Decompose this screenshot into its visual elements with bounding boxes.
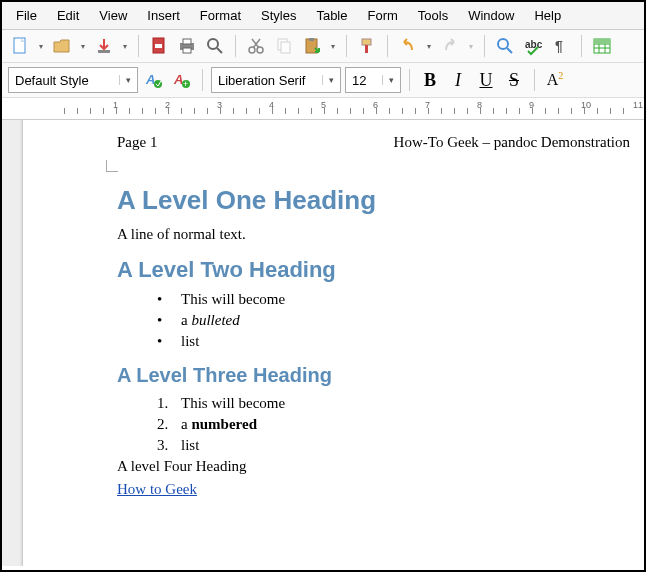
menu-file[interactable]: File [6, 4, 47, 27]
new-style-icon[interactable]: A+ [170, 68, 194, 92]
hyperlink[interactable]: How to Geek [117, 481, 197, 497]
superscript-button[interactable]: A2 [543, 68, 567, 92]
menu-help[interactable]: Help [524, 4, 571, 27]
font-size-value: 12 [346, 73, 372, 88]
redo-icon[interactable] [438, 34, 462, 58]
bold-button[interactable]: B [418, 68, 442, 92]
header-title: How-To Geek – pandoc Demonstration [394, 134, 630, 151]
list-item: 3.list [117, 437, 630, 454]
open-dropdown[interactable]: ▾ [78, 42, 88, 51]
print-icon[interactable] [175, 34, 199, 58]
spellcheck-icon[interactable]: abc [521, 34, 545, 58]
separator [235, 35, 236, 57]
bullet-icon: • [157, 312, 181, 329]
paste-icon[interactable] [300, 34, 324, 58]
menu-insert[interactable]: Insert [137, 4, 190, 27]
svg-rect-26 [594, 39, 610, 44]
clone-formatting-icon[interactable] [355, 34, 379, 58]
svg-point-7 [208, 39, 218, 49]
bullet-icon: • [157, 291, 181, 308]
paragraph: A line of normal text. [117, 226, 630, 243]
page-header: Page 1 How-To Geek – pandoc Demonstratio… [23, 134, 644, 151]
formatting-marks-icon[interactable]: ¶ [549, 34, 573, 58]
toolbar-formatting: Default Style ▾ A A+ Liberation Serif ▾ … [2, 63, 644, 98]
heading-2: A Level Two Heading [117, 257, 630, 283]
find-replace-icon[interactable] [493, 34, 517, 58]
svg-point-9 [249, 47, 255, 53]
svg-text:+: + [183, 79, 188, 89]
list-item: 1.This will become [117, 395, 630, 412]
print-preview-icon[interactable] [203, 34, 227, 58]
separator [138, 35, 139, 57]
svg-rect-16 [365, 45, 368, 53]
separator [534, 69, 535, 91]
document-area[interactable]: Page 1 How-To Geek – pandoc Demonstratio… [2, 120, 644, 566]
svg-rect-15 [362, 39, 371, 45]
svg-rect-12 [281, 42, 290, 53]
underline-button[interactable]: U [474, 68, 498, 92]
svg-line-18 [507, 48, 512, 53]
menu-edit[interactable]: Edit [47, 4, 89, 27]
svg-rect-14 [309, 38, 314, 41]
svg-rect-0 [14, 38, 25, 53]
svg-text:A: A [145, 72, 155, 87]
cut-icon[interactable] [244, 34, 268, 58]
italic-button[interactable]: I [446, 68, 470, 92]
font-size-select[interactable]: 12 ▾ [345, 67, 401, 93]
separator [484, 35, 485, 57]
undo-icon[interactable] [396, 34, 420, 58]
font-name-select[interactable]: Liberation Serif ▾ [211, 67, 341, 93]
menu-table[interactable]: Table [306, 4, 357, 27]
page: Page 1 How-To Geek – pandoc Demonstratio… [22, 120, 644, 566]
menu-form[interactable]: Form [357, 4, 407, 27]
list-item: •This will become [117, 291, 630, 308]
svg-point-10 [257, 47, 263, 53]
bullet-icon: • [157, 333, 181, 350]
svg-rect-5 [183, 39, 191, 44]
svg-rect-13 [306, 39, 317, 53]
redo-dropdown[interactable]: ▾ [466, 42, 476, 51]
toolbar-main: ▾ ▾ ▾ ▾ ▾ ▾ abc ¶ [2, 30, 644, 63]
insert-table-icon[interactable] [590, 34, 614, 58]
new-doc-dropdown[interactable]: ▾ [36, 42, 46, 51]
heading-1: A Level One Heading [117, 185, 630, 216]
svg-rect-1 [98, 50, 110, 53]
menubar: File Edit View Insert Format Styles Tabl… [2, 2, 644, 30]
separator [581, 35, 582, 57]
undo-dropdown[interactable]: ▾ [424, 42, 434, 51]
export-pdf-icon[interactable] [147, 34, 171, 58]
paste-dropdown[interactable]: ▾ [328, 42, 338, 51]
page-margin-marker [106, 160, 118, 172]
list-item: •a bulleted [117, 312, 630, 329]
list-item: 2.a numbered [117, 416, 630, 433]
separator [387, 35, 388, 57]
menu-format[interactable]: Format [190, 4, 251, 27]
svg-point-17 [498, 39, 508, 49]
strikethrough-button[interactable]: S [502, 68, 526, 92]
copy-icon[interactable] [272, 34, 296, 58]
heading-3: A Level Three Heading [117, 364, 630, 387]
save-dropdown[interactable]: ▾ [120, 42, 130, 51]
paragraph-style-select[interactable]: Default Style ▾ [8, 67, 138, 93]
list-item: •list [117, 333, 630, 350]
open-icon[interactable] [50, 34, 74, 58]
menu-styles[interactable]: Styles [251, 4, 306, 27]
font-name-value: Liberation Serif [212, 73, 311, 88]
svg-line-8 [217, 48, 222, 53]
svg-text:A: A [173, 72, 183, 87]
svg-rect-3 [155, 44, 162, 48]
update-style-icon[interactable]: A [142, 68, 166, 92]
menu-tools[interactable]: Tools [408, 4, 458, 27]
separator [202, 69, 203, 91]
list-number: 1. [157, 395, 181, 412]
menu-window[interactable]: Window [458, 4, 524, 27]
new-doc-icon[interactable] [8, 34, 32, 58]
list-number: 3. [157, 437, 181, 454]
svg-rect-6 [183, 48, 191, 53]
horizontal-ruler[interactable]: 1234567891011 [2, 98, 644, 120]
save-icon[interactable] [92, 34, 116, 58]
paragraph: A level Four Heading [117, 458, 630, 475]
menu-view[interactable]: View [89, 4, 137, 27]
list-number: 2. [157, 416, 181, 433]
separator [346, 35, 347, 57]
